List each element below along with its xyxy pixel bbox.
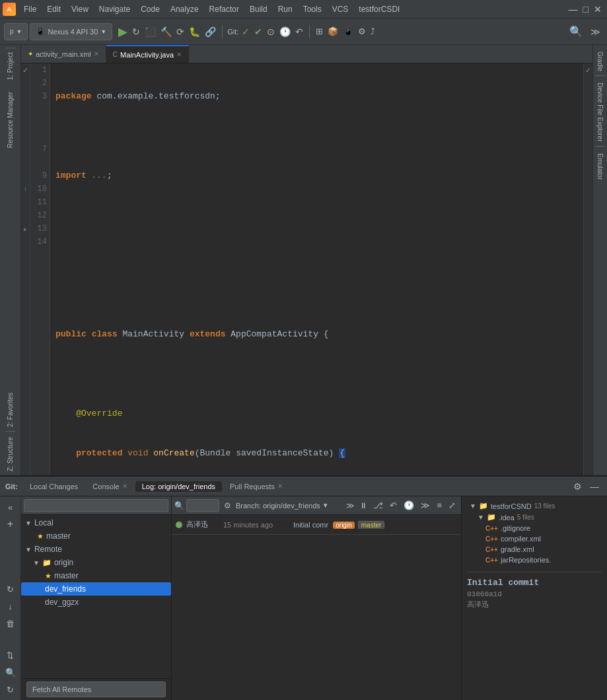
close-tab-java-icon[interactable]: ✕ <box>176 51 182 58</box>
more-actions-button[interactable]: ≫ <box>588 26 603 37</box>
tab-device-file-explorer[interactable]: Device File Explorer <box>595 79 605 146</box>
local-label: Local <box>34 518 54 527</box>
log-action-more[interactable]: ≫ <box>418 499 433 512</box>
tab-mainactivity-java[interactable]: C MainActivity.java ✕ <box>106 45 189 63</box>
minimize-panel-button[interactable]: — <box>587 480 602 493</box>
code-content[interactable]: package com.example.testforcsdn; import … <box>50 63 583 475</box>
close-pull-requests-icon[interactable]: ✕ <box>277 483 283 490</box>
tab-activity-main-xml[interactable]: ✦ activity_main.xml ✕ <box>21 45 106 63</box>
menu-item-navigate[interactable]: Navigate <box>94 3 135 15</box>
device-selector[interactable]: 📱 Nexus 4 API 30 ▼ <box>30 23 112 40</box>
build-button[interactable]: 🔨 <box>159 26 173 37</box>
pause-button[interactable]: ⏸ <box>358 500 369 512</box>
settings-gear-button[interactable]: ⚙ <box>571 480 585 493</box>
app-logo: A <box>3 3 16 16</box>
git-log-row-1[interactable]: 高泽迅 15 minutes ago Initial comr origin m… <box>172 515 461 535</box>
fold-icon[interactable]: ▸ <box>24 225 27 233</box>
branch-origin-master-label: master <box>54 571 79 580</box>
avd-manager-button[interactable]: 📱 <box>341 26 355 36</box>
menu-item-vcs[interactable]: VCS <box>327 3 354 15</box>
menu-item-build[interactable]: Build <box>244 3 273 15</box>
menu-item-code[interactable]: Code <box>135 3 165 15</box>
git-action-stash[interactable]: ↓ <box>3 598 18 614</box>
git-action-refresh[interactable]: ↻ <box>3 581 18 597</box>
origin-group[interactable]: ▼ 📁 origin <box>21 556 171 569</box>
search-everywhere-button[interactable]: 🔍 <box>567 25 585 38</box>
share-button[interactable]: ⤴ <box>369 26 376 36</box>
git-action-search[interactable]: 🔍 <box>3 664 18 680</box>
menu-item-file[interactable]: File <box>18 3 42 15</box>
run-button[interactable]: ▶ <box>117 24 129 39</box>
git-action-delete[interactable]: 🗑 <box>3 615 18 631</box>
branch-selector-area: Branch: origin/dev_friends ▼ <box>236 502 343 510</box>
branch-master-local[interactable]: ★ master <box>21 529 171 543</box>
git-right-idea-folder[interactable]: ▼ 📁 .idea 5 files <box>467 512 602 523</box>
debug-button[interactable]: 🐛 <box>188 26 201 37</box>
layout-button[interactable]: ⊞ <box>314 26 324 36</box>
menu-item-tools[interactable]: Tools <box>298 3 327 15</box>
close-console-icon[interactable]: ✕ <box>122 483 127 490</box>
attach-button[interactable]: 🔗 <box>203 26 217 37</box>
git-action-add[interactable]: + <box>3 516 18 532</box>
sidebar-item-project[interactable]: 1: Project <box>5 48 15 84</box>
expand-all-button[interactable]: ≫ <box>345 500 356 512</box>
log-right-actions: ⎇ ↶ 🕐 ≫ ≡ ⤢ <box>371 499 458 512</box>
git-log-search[interactable] <box>186 499 219 512</box>
sidebar-item-favorites[interactable]: 2: Favorites <box>5 389 15 432</box>
log-action-undo[interactable]: ↶ <box>387 499 400 512</box>
tab-pull-requests[interactable]: Pull Requests ✕ <box>223 481 289 492</box>
settings-button[interactable]: ⚙ <box>357 26 367 36</box>
git-action-merge[interactable]: ⇅ <box>3 647 18 663</box>
branch-origin-master[interactable]: ★ master <box>21 569 171 582</box>
left-gutter: ✓ ↑ ▸ <box>21 63 30 475</box>
branch-dev-ggzx[interactable]: dev_ggzx <box>21 596 171 609</box>
sidebar-item-structure[interactable]: Z: Structure <box>5 433 15 475</box>
maximize-button[interactable]: □ <box>583 4 589 15</box>
log-action-list[interactable]: ≡ <box>434 499 445 512</box>
tab-gradle[interactable]: Gradle <box>595 48 605 76</box>
menu-item-view[interactable]: View <box>66 3 94 15</box>
git-undo-button[interactable]: ↶ <box>294 26 304 37</box>
log-action-expand[interactable]: ⤢ <box>446 499 458 512</box>
sdk-manager-button[interactable]: 📦 <box>326 26 339 36</box>
menu-item-refactor[interactable]: Refactor <box>204 3 244 15</box>
minimize-button[interactable]: — <box>569 4 578 15</box>
project-dropdown[interactable]: p ▼ <box>4 23 28 40</box>
tab-emulator[interactable]: Emulator <box>595 149 605 184</box>
tab-log[interactable]: Log: origin/dev_friends <box>135 481 222 492</box>
git-log-settings[interactable]: ⚙ <box>221 500 234 512</box>
menu-item-project[interactable]: testforCSDI <box>353 3 405 15</box>
git-right-file-jar[interactable]: C++ jarRepositories. <box>467 555 602 565</box>
log-action-branch[interactable]: ⎇ <box>371 499 386 512</box>
tab-local-changes[interactable]: Local Changes <box>23 481 85 492</box>
menu-item-analyze[interactable]: Analyze <box>165 3 204 15</box>
git-right-project-root[interactable]: ▼ 📁 testforCSND 13 files <box>467 500 602 512</box>
git-action-push[interactable]: ↻ <box>3 681 18 697</box>
git-history-button[interactable]: 🕐 <box>278 26 292 37</box>
code-line-5 <box>55 249 578 262</box>
menu-item-edit[interactable]: Edit <box>42 3 66 15</box>
branch-dev-friends[interactable]: dev_friends <box>21 582 171 596</box>
fetch-all-remotes-button[interactable]: Fetch All Remotes <box>26 681 166 697</box>
git-right-file-gitignore[interactable]: C++ .gitignore <box>467 523 602 533</box>
tab-console[interactable]: Console ✕ <box>86 481 133 492</box>
git-right-file-gradle[interactable]: C++ gradle.xml <box>467 544 602 555</box>
git-commit-button[interactable]: ✓ <box>240 26 251 37</box>
close-tab-xml-icon[interactable]: ✕ <box>94 50 99 58</box>
git-action-collapse[interactable]: « <box>3 499 18 515</box>
git-fetch-button[interactable]: ⊙ <box>266 26 276 37</box>
close-button[interactable]: ✕ <box>594 4 602 15</box>
project-root-name: testforCSND <box>491 502 532 510</box>
reload-button[interactable]: ↻ <box>131 26 141 37</box>
remote-group[interactable]: ▼ Remote <box>21 543 171 556</box>
sync-button[interactable]: ⟳ <box>175 26 186 37</box>
menu-item-run[interactable]: Run <box>273 3 298 15</box>
git-right-file-compiler[interactable]: C++ compiler.xml <box>467 533 602 544</box>
stop-button[interactable]: ⬛ <box>143 26 157 37</box>
line-num-14: 14 <box>33 235 47 249</box>
git-push-button[interactable]: ✔ <box>253 26 264 37</box>
git-branch-search[interactable] <box>24 499 168 512</box>
local-group[interactable]: ▼ Local <box>21 516 171 529</box>
log-action-time[interactable]: 🕐 <box>401 499 417 512</box>
sidebar-item-resource-manager[interactable]: Resource Manager <box>5 88 15 152</box>
